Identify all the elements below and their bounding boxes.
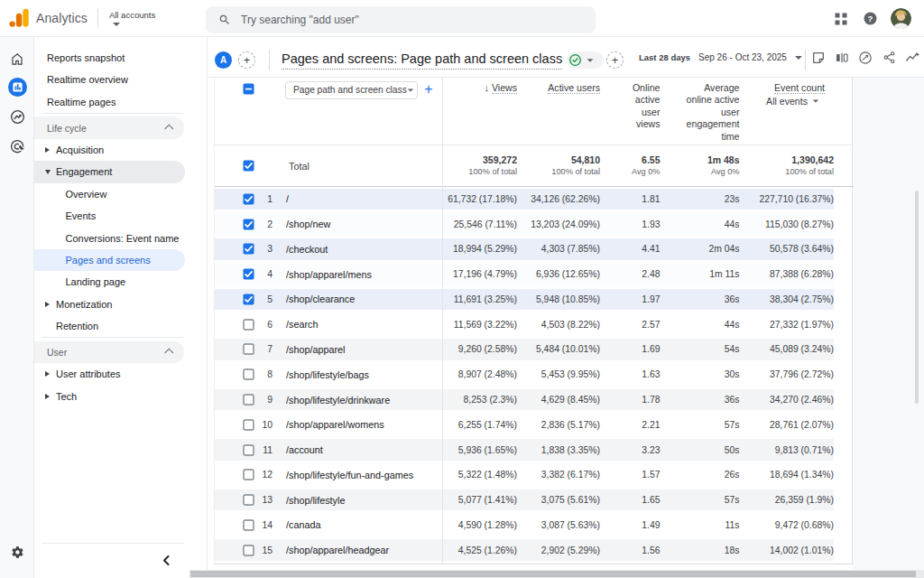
insights-icon[interactable] (901, 47, 924, 69)
home-icon[interactable] (0, 45, 34, 72)
sidebar-section-user[interactable]: User (34, 341, 184, 363)
add-comparison-plus-icon[interactable]: + (238, 51, 255, 69)
row-online-views: 4.41 (600, 244, 661, 254)
select-all-checkbox[interactable] (243, 83, 254, 95)
comparisons-icon[interactable] (830, 47, 854, 69)
search-bar[interactable] (206, 6, 596, 33)
vertical-scrollbar[interactable] (915, 191, 919, 404)
row-checkbox[interactable] (243, 319, 254, 331)
sidebar-item-events[interactable]: Events (34, 205, 207, 227)
collapse-sidebar-chevron[interactable] (155, 549, 177, 571)
row-checkbox[interactable] (243, 294, 254, 305)
totals-checkbox[interactable] (243, 160, 254, 172)
sidebar-item-pages-and-screens[interactable]: Pages and screens (34, 249, 185, 271)
add-report-plus-icon[interactable]: + (606, 51, 624, 69)
date-range-picker[interactable]: Last 28 days Sep 26 - Oct 23, 2025 (639, 37, 802, 78)
sidebar-item-landing-page[interactable]: Landing page (34, 271, 207, 293)
sidebar-item-overview[interactable]: Overview (34, 183, 207, 205)
row-views: 8,907 (2.48%) (442, 369, 517, 379)
row-checkbox[interactable] (243, 519, 254, 531)
sidebar-item-conversions-event-name[interactable]: Conversions: Event name (34, 227, 207, 248)
row-checkbox[interactable] (243, 219, 254, 230)
row-avg-engagement-time: 23s (661, 194, 740, 204)
settings-gear-icon[interactable] (0, 538, 34, 565)
account-picker-label: All accounts (109, 10, 155, 20)
report-speed-icon[interactable] (854, 47, 877, 69)
reports-icon[interactable] (0, 73, 34, 100)
row-active-users: 13,203 (24.09%) (517, 219, 600, 229)
row-checkbox[interactable] (243, 419, 254, 431)
row-views: 25,546 (7.11%) (442, 219, 517, 229)
row-checkbox[interactable] (243, 545, 254, 556)
tree-collapsed-triangle-icon[interactable] (45, 371, 50, 377)
column-header-online-active-user-views[interactable]: Onlineactiveuserviews (600, 82, 661, 144)
add-dimension-plus-icon[interactable]: + (420, 80, 438, 98)
row-online-views: 1.69 (600, 344, 661, 354)
row-checkbox[interactable] (243, 444, 254, 456)
sidebar-item-tech[interactable]: Tech (34, 386, 207, 407)
sidebar-item-realtime-overview[interactable]: Realtime overview (34, 69, 207, 90)
total-avg-time-sub: Avg 0% (661, 167, 740, 176)
row-checkbox[interactable] (243, 394, 254, 406)
tree-expanded-triangle-icon[interactable] (45, 170, 51, 174)
google-apps-grid-icon[interactable] (830, 8, 852, 30)
sidebar-item-acquisition[interactable]: Acquisition (34, 139, 207, 161)
row-views: 4,590 (1.28%) (442, 520, 517, 530)
row-online-views: 1.63 (600, 369, 661, 379)
row-checkbox[interactable] (243, 268, 254, 280)
comparison-chip[interactable]: A (215, 51, 232, 69)
table-row: 6/search11,569 (3.22%)4,503 (8.22%)2.574… (215, 312, 834, 337)
share-icon[interactable] (877, 47, 901, 69)
sidebar-item-retention[interactable]: Retention (34, 315, 207, 337)
column-header-views[interactable]: ↓Views (442, 82, 517, 144)
sidebar-nav-list: Reports snapshotRealtime overviewRealtim… (34, 37, 207, 407)
row-page-path: /canada (273, 519, 442, 530)
totals-label: Total (286, 161, 310, 172)
sidebar-item-engagement[interactable]: Engagement (34, 161, 185, 182)
sidebar-item-monetization[interactable]: Monetization (34, 294, 207, 315)
sidebar-item-label: Pages and screens (66, 255, 151, 266)
row-checkbox[interactable] (243, 368, 254, 380)
column-header-active-users[interactable]: Active users (517, 82, 600, 144)
row-checkbox[interactable] (243, 494, 254, 506)
dimension-selector[interactable]: Page path and screen class (285, 81, 418, 99)
total-online-views: 6.55 (600, 154, 661, 165)
avatar[interactable] (891, 8, 911, 29)
report-status-pill[interactable] (567, 51, 604, 69)
explore-icon[interactable] (0, 104, 34, 131)
row-checkbox[interactable] (243, 193, 254, 205)
column-header-average-online-active-user-engagement-time[interactable]: Averageonline activeuserengagementtime (661, 82, 740, 144)
row-page-path: /shop/apparel/mens (273, 269, 442, 280)
row-online-views: 1.49 (600, 520, 661, 530)
row-checkbox[interactable] (243, 343, 254, 355)
total-views: 359,272 (442, 154, 517, 165)
advertising-icon[interactable] (0, 133, 34, 160)
row-views: 11,691 (3.25%) (442, 294, 517, 304)
help-icon[interactable]: ? (859, 8, 881, 30)
row-index: 5 (254, 294, 273, 304)
report-title[interactable]: Pages and screens: Page path and screen … (282, 51, 562, 70)
table-row: 5/shop/clearance11,691 (3.25%)5,948 (10.… (215, 287, 834, 312)
tree-collapsed-triangle-icon[interactable] (45, 302, 50, 307)
row-online-views: 1.56 (600, 545, 661, 555)
row-checkbox[interactable] (243, 243, 254, 255)
column-header-event-count[interactable]: Event countAll events (740, 82, 835, 144)
notes-icon[interactable] (807, 47, 830, 69)
sidebar-item-reports-snapshot[interactable]: Reports snapshot (34, 47, 207, 69)
row-checkbox[interactable] (243, 469, 254, 480)
tree-collapsed-triangle-icon[interactable] (45, 147, 50, 153)
tree-collapsed-triangle-icon[interactable] (45, 394, 50, 399)
sidebar-item-user-attributes[interactable]: User attributes (34, 363, 207, 385)
horizontal-scrollbar-thumb[interactable] (190, 571, 916, 578)
table-row: 10/shop/apparel/womens6,255 (1.74%)2,836… (215, 412, 834, 437)
row-page-path: /shop/lifestyle (273, 495, 442, 506)
sidebar-section-life-cycle[interactable]: Life cycle (34, 117, 184, 138)
sidebar-divider (42, 113, 184, 114)
account-picker[interactable]: All accounts (109, 10, 155, 26)
data-table: Page path and screen class + ↓ViewsActiv… (214, 78, 853, 564)
sidebar-item-realtime-pages[interactable]: Realtime pages (34, 91, 207, 113)
horizontal-scrollbar[interactable] (189, 570, 924, 578)
report-action-icons (807, 37, 924, 78)
sidebar-item-label: Overview (66, 189, 107, 200)
search-input[interactable] (241, 14, 566, 26)
